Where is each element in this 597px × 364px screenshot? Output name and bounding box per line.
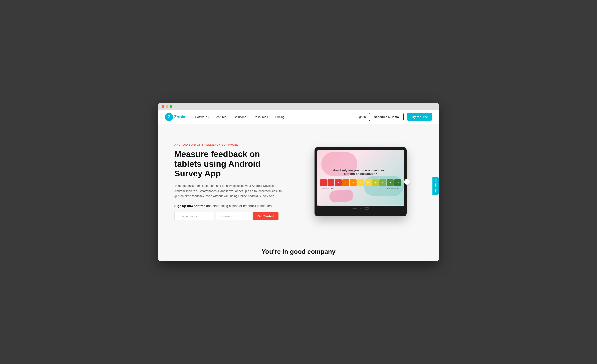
close-button[interactable] [162,105,164,108]
nps-progress-bar [317,205,404,206]
nps-scale[interactable]: 012345678910 [320,179,401,186]
email-input[interactable] [174,212,214,220]
sign-in-link[interactable]: Sign In [357,115,366,119]
hero-content: ANDROID SURVEY & FEEDBACK SOFTWARE Measu… [174,143,286,220]
nav-right: Sign In Schedule a Demo Try for Free [357,113,432,121]
back-button[interactable] [353,208,357,209]
hero-title: Measure feedback on tablets using Androi… [174,149,286,178]
tablet-mockup: How likely are you to recommend us to a … [314,147,407,216]
nps-cell-4[interactable]: 4 [350,179,357,186]
maximize-button[interactable] [170,105,172,108]
navbar: Z Zonka Software ▾ Features ▾ Solutions … [158,110,439,124]
hero-section: ANDROID SURVEY & FEEDBACK SOFTWARE Measu… [158,124,439,240]
cta-bold: Sign up now for free [174,204,205,208]
logo-icon: Z [165,113,173,121]
hero-cta-text: Sign up now for free and start taking cu… [174,204,286,208]
home-button[interactable] [360,208,361,209]
nps-labels: Not at all Likely ★ Extremely Likely [322,187,399,190]
browser-chrome [158,103,439,110]
feedback-button[interactable]: Feedback [432,177,439,195]
nav-item-software[interactable]: Software ▾ [193,114,211,120]
decorative-blob-3 [329,189,354,203]
nps-cell-9[interactable]: 9 [387,179,393,186]
hero-visual: How likely are you to recommend us to a … [298,147,423,216]
nav-item-pricing[interactable]: Pricing [273,114,287,120]
logo[interactable]: Z Zonka [165,113,186,121]
nps-label-left: Not at all Likely [322,187,334,190]
get-started-button[interactable]: Get Started [253,212,278,220]
cta-rest: and start taking customer feedback in mi… [205,204,273,208]
schedule-demo-button[interactable]: Schedule a Demo [369,113,404,121]
hero-description: Take feedback from customers and employe… [174,183,286,199]
carousel-next-button[interactable]: › [404,179,410,185]
traffic-lights [162,105,172,108]
try-free-button[interactable]: Try for Free [407,113,432,121]
bottom-section: You're in good company [158,240,439,261]
chevron-down-icon: ▾ [227,116,228,118]
recent-apps-button[interactable] [365,207,369,210]
nps-cell-6[interactable]: 6 [365,179,371,186]
signup-form: Get Started [174,212,286,220]
feedback-tab[interactable]: Feedback [432,177,439,195]
tablet-screen: How likely are you to recommend us to a … [317,150,404,211]
tablet-bottom-bar [317,206,404,211]
nps-progress-fill [317,205,319,206]
nps-cell-1[interactable]: 1 [328,179,334,186]
nps-cell-7[interactable]: 7 [372,179,379,186]
nav-item-solutions[interactable]: Solutions ▾ [231,114,251,120]
nps-question: How likely are you to recommend us to a … [332,169,389,175]
chevron-down-icon: ▾ [269,116,270,118]
logo-text: Zonka [174,114,186,120]
nps-survey: How likely are you to recommend us to a … [317,150,404,206]
nav-links: Software ▾ Features ▾ Solutions ▾ Resour… [193,114,356,120]
nps-cell-8[interactable]: 8 [379,179,386,186]
nav-item-resources[interactable]: Resources ▾ [251,114,272,120]
logo-letter: Z [168,115,170,119]
nps-cell-2[interactable]: 2 [335,179,342,186]
nps-label-right: Extremely Likely [386,187,399,190]
decorative-dots [388,153,398,157]
hero-tag: ANDROID SURVEY & FEEDBACK SOFTWARE [174,143,286,146]
password-input[interactable] [216,212,251,220]
nav-item-features[interactable]: Features ▾ [212,114,231,120]
chevron-down-icon: ▾ [208,116,209,118]
chevron-down-icon: ▾ [247,116,248,118]
nps-cell-0[interactable]: 0 [320,179,327,186]
nps-cell-3[interactable]: 3 [342,179,349,186]
nps-cell-10[interactable]: 10 [394,179,401,186]
minimize-button[interactable] [165,105,168,108]
bottom-title: You're in good company [174,248,423,255]
decorative-blob-2 [364,176,404,196]
nps-cell-5[interactable]: 5 [357,179,364,186]
